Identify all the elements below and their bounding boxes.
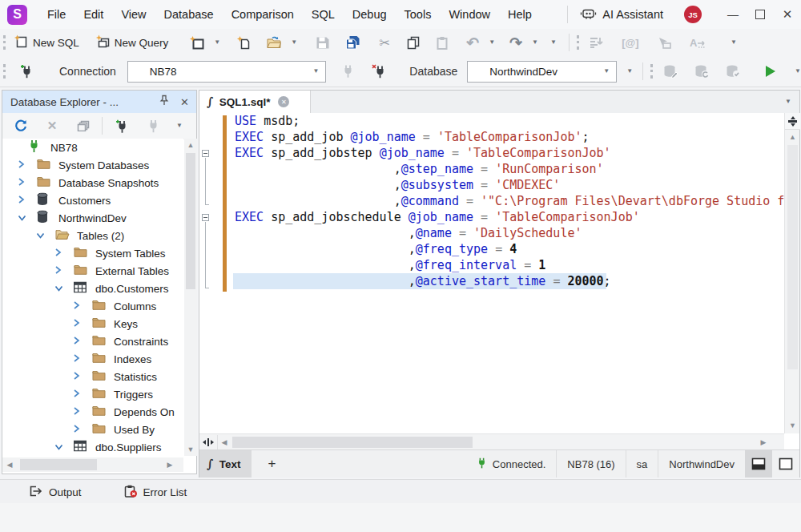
execute-button[interactable] (758, 61, 782, 82)
chevron-down-icon[interactable] (54, 441, 63, 453)
connection-combo-dropdown[interactable]: ▼ (312, 68, 319, 75)
scroll-right-icon[interactable]: ▶ (164, 457, 175, 472)
tree-item-dbo-customers[interactable]: dbo.Customers (2, 280, 183, 297)
tree-item-indexes[interactable]: Indexes (2, 350, 183, 368)
editor-scroll-up-icon[interactable]: ▲ (786, 131, 799, 143)
execute-dropdown[interactable]: ▼ (795, 68, 801, 75)
menu-item-sql[interactable]: SQL (303, 8, 344, 21)
redo-button[interactable]: ↷ (504, 32, 528, 53)
duplicate-window-button[interactable] (71, 115, 95, 136)
user-status[interactable]: sa (626, 450, 658, 478)
output-tab[interactable]: Output (24, 486, 82, 499)
format-document-button[interactable] (585, 32, 609, 53)
tree-item-customers[interactable]: Customers (2, 191, 183, 209)
add-view-button[interactable]: + (268, 456, 276, 472)
connection-toolbar-grip-2[interactable] (650, 64, 653, 79)
new-document-button[interactable] (185, 32, 209, 53)
reconnect-button[interactable] (336, 61, 360, 82)
view-tab-text[interactable]: ∫ Text (199, 450, 252, 478)
delete-button[interactable]: ✕ (40, 115, 64, 136)
chevron-right-icon[interactable] (18, 177, 25, 189)
fold-collapse-icon-2[interactable] (202, 214, 209, 221)
layout-split-bottom-button[interactable] (745, 450, 772, 478)
tree-item-used-by[interactable]: Used By (2, 421, 183, 438)
tree-item-nb78[interactable]: NB78 (2, 139, 183, 156)
refresh-database-button[interactable] (690, 61, 714, 82)
tree-item-system-databases[interactable]: System Databases (2, 156, 183, 174)
tree-item-depends-on[interactable]: Depends On (2, 403, 183, 421)
chevron-right-icon[interactable] (73, 389, 80, 401)
new-document-dropdown[interactable]: ▼ (214, 39, 220, 46)
scroll-left-icon[interactable]: ◀ (4, 457, 15, 472)
error-list-tab[interactable]: Error List (119, 485, 187, 500)
database-status[interactable]: NorthwindDev (658, 450, 745, 478)
menu-item-debug[interactable]: Debug (344, 8, 396, 21)
chevron-down-icon[interactable] (54, 283, 63, 295)
menu-item-tools[interactable]: Tools (396, 8, 441, 21)
copy-button[interactable] (401, 32, 425, 53)
explorer-vscroll-thumb[interactable] (186, 153, 195, 289)
refresh-button[interactable] (9, 115, 33, 136)
connection-toolbar-grip[interactable] (3, 64, 6, 79)
new-query-button[interactable]: New Query (93, 32, 171, 53)
chevron-right-icon[interactable] (54, 248, 62, 260)
database-extra-dropdown[interactable]: ▼ (626, 68, 633, 75)
edit-database-button[interactable] (658, 61, 682, 82)
menu-item-help[interactable]: Help (499, 8, 541, 21)
ai-assistant-button[interactable]: AI Assistant (602, 8, 663, 21)
chevron-right-icon[interactable] (73, 318, 80, 330)
database-combo-dropdown[interactable]: ▼ (603, 68, 610, 75)
chevron-right-icon[interactable] (54, 265, 62, 277)
disconnect-button[interactable] (366, 61, 390, 82)
tree-item-system-tables[interactable]: System Tables (2, 244, 183, 262)
layout-single-button[interactable] (772, 450, 799, 478)
chevron-down-icon[interactable] (18, 212, 26, 224)
explorer-header[interactable]: Database Explorer - ... ✕ (2, 91, 196, 113)
sql-editor-surface[interactable]: USE msdb;EXEC sp_add_job @job_name = 'Ta… (199, 113, 784, 433)
scroll-up-icon[interactable]: ▲ (184, 139, 197, 151)
connection-combobox[interactable]: NB78 ▼ (127, 61, 327, 83)
validate-database-button[interactable] (721, 61, 745, 82)
editor-hscroll-thumb[interactable] (232, 437, 473, 448)
redo-dropdown[interactable]: ▼ (532, 39, 538, 46)
explorer-close-icon[interactable]: ✕ (180, 96, 189, 108)
minimize-button[interactable]: — (719, 3, 747, 26)
editor-vscroll-thumb[interactable] (787, 145, 798, 369)
close-button[interactable]: ✕ (774, 3, 801, 26)
tree-item-columns[interactable]: Columns (2, 297, 183, 315)
user-avatar-badge[interactable]: JS (684, 6, 702, 23)
tree-item-northwinddev[interactable]: NorthwindDev (2, 209, 183, 227)
editor-scroll-down-icon[interactable]: ▼ (786, 419, 799, 432)
word-wrap-button[interactable]: A (686, 32, 710, 53)
editor-split-handle[interactable] (785, 113, 800, 130)
chevron-right-icon[interactable] (73, 353, 80, 365)
pane-splitter-button[interactable] (199, 435, 218, 449)
tree-item-constraints[interactable]: Constraints (2, 332, 183, 350)
chevron-right-icon[interactable] (73, 336, 80, 348)
explorer-hscroll-thumb[interactable] (20, 459, 97, 470)
tree-item-statistics[interactable]: Statistics (2, 368, 183, 385)
menu-item-edit[interactable]: Edit (74, 8, 112, 21)
database-combobox[interactable]: NorthwindDev ▼ (467, 61, 617, 83)
chevron-right-icon[interactable] (73, 406, 80, 418)
tree-item-external-tables[interactable]: External Tables (2, 262, 183, 280)
explorer-vscrollbar[interactable]: ▲ ▼ (184, 139, 197, 456)
explorer-connect-button[interactable] (141, 115, 165, 136)
maximize-button[interactable] (747, 3, 774, 26)
new-file-button[interactable] (231, 32, 256, 53)
chevron-right-icon[interactable] (73, 300, 80, 312)
toolbar-grip-2[interactable] (577, 35, 579, 50)
undo-button[interactable]: ↶ (461, 32, 485, 53)
new-connection-button[interactable] (14, 61, 38, 82)
tree-item-tables-2-[interactable]: Tables (2) (2, 227, 183, 244)
tabstrip-dropdown[interactable]: ▼ (785, 99, 791, 105)
chevron-down-icon[interactable] (36, 230, 45, 242)
editor-scroll-right-icon[interactable]: ▶ (757, 435, 770, 449)
tree-item-triggers[interactable]: Triggers (2, 385, 183, 403)
tab-sql1[interactable]: ∫ SQL1.sql* ✕ (199, 91, 311, 113)
insert-snippet-button[interactable]: [@] (618, 32, 642, 53)
new-sql-button[interactable]: New SQL (11, 32, 82, 53)
tree-item-keys[interactable]: Keys (2, 315, 183, 332)
menu-item-comparison[interactable]: Comparison (223, 8, 303, 21)
menu-item-view[interactable]: View (112, 8, 155, 21)
